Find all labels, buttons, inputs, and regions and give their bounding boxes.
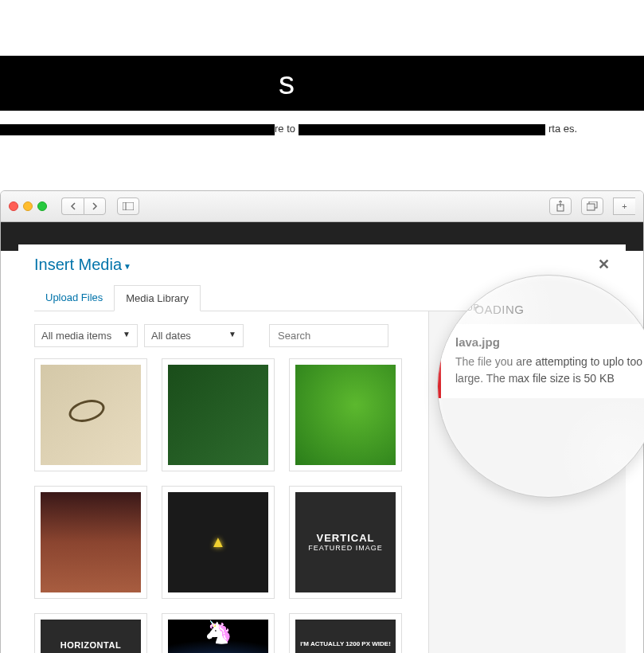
search-input[interactable] [269, 324, 388, 347]
chevron-down-icon: ▼ [228, 330, 236, 338]
close-window-button[interactable] [9, 201, 18, 211]
svg-rect-0 [123, 202, 134, 210]
media-grid: ▲ VERTICALFEATURED IMAGE HORIZONTAL 🦄 I'… [34, 358, 412, 653]
chevron-down-icon: ▼ [123, 330, 131, 338]
media-thumb-glasses[interactable] [34, 358, 147, 471]
page-description: re torta es. [0, 111, 644, 147]
modal-title[interactable]: Insert Media▼ [34, 256, 131, 274]
media-thumb-leaf[interactable] [289, 358, 402, 471]
unicorn-icon: 🦄 [205, 620, 232, 645]
back-button[interactable] [61, 197, 84, 215]
sidebar-toggle-button[interactable] [117, 197, 139, 215]
upload-error-card: lava.jpg The file you are attempting to … [438, 324, 644, 398]
triangle-icon: ▲ [210, 533, 226, 551]
filter-media-type[interactable]: All media items▼ [34, 324, 138, 347]
maximize-window-button[interactable] [37, 201, 47, 211]
traffic-lights [9, 201, 47, 211]
filter-date[interactable]: All dates▼ [144, 324, 244, 347]
browser-toolbar: + [1, 191, 643, 222]
media-thumb-fern[interactable] [162, 358, 275, 471]
media-thumb-wide[interactable]: I'M ACTUALLY 1200 PX WIDE! [289, 613, 402, 653]
media-thumb-horizontal[interactable]: HORIZONTAL [34, 613, 147, 653]
header-partial-text: s [279, 65, 644, 101]
media-thumb-unicorn[interactable]: 🦄 [162, 613, 275, 653]
tabs-button[interactable] [581, 197, 603, 215]
close-icon[interactable]: ✕ [598, 256, 610, 273]
svg-rect-5 [587, 204, 595, 210]
new-tab-button[interactable]: + [613, 197, 635, 215]
upload-error-message: The file you are attempting to uplo too … [455, 354, 644, 387]
tab-upload-files[interactable]: Upload Files [34, 285, 114, 311]
forward-button[interactable] [84, 197, 106, 215]
media-thumb-triforce[interactable]: ▲ [162, 486, 275, 599]
media-thumb-vertical[interactable]: VERTICALFEATURED IMAGE [289, 486, 402, 599]
tab-media-library[interactable]: Media Library [114, 285, 201, 311]
minimize-window-button[interactable] [23, 201, 33, 211]
share-button[interactable] [549, 197, 572, 215]
upload-filename: lava.jpg [455, 335, 644, 349]
dropdown-caret-icon: ▼ [123, 262, 131, 271]
media-thumb-sausages[interactable] [34, 486, 147, 599]
